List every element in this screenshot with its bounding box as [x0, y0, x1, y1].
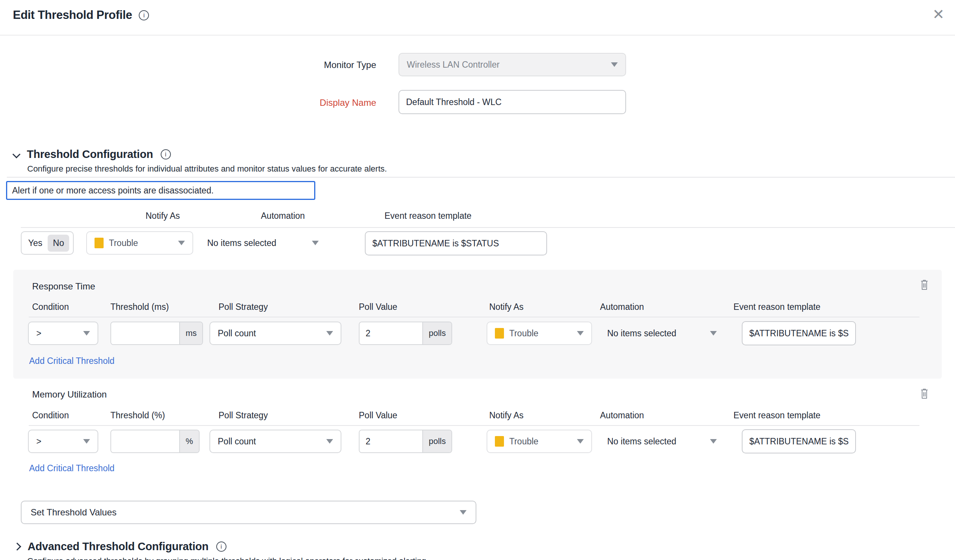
- page-title: Edit Threshold Profile: [13, 8, 132, 22]
- add-critical-threshold-link[interactable]: Add Critical Threshold: [29, 356, 114, 366]
- info-icon[interactable]: i: [216, 541, 227, 552]
- chevron-right-icon[interactable]: [13, 543, 21, 551]
- set-threshold-values-select[interactable]: Set Threshold Values: [21, 501, 476, 524]
- event-reason-input[interactable]: [742, 429, 856, 454]
- trouble-color-swatch: [94, 238, 103, 248]
- column-header-automation: Automation: [261, 211, 305, 221]
- event-reason-input[interactable]: [365, 231, 547, 255]
- attribute-name: Response Time: [32, 281, 95, 292]
- info-icon[interactable]: i: [161, 149, 171, 160]
- attribute-section-response-time: Response Time Condition Threshold (ms) P…: [13, 270, 942, 379]
- column-header-event-reason: Event reason template: [385, 211, 471, 221]
- toggle-no-option[interactable]: No: [48, 235, 69, 252]
- monitor-type-label: Monitor Type: [0, 60, 376, 70]
- poll-value-input[interactable]: [360, 322, 422, 344]
- dialog-header: Edit Threshold Profile i ✕: [0, 0, 955, 36]
- automation-value: No items selected: [207, 238, 276, 248]
- divider: [29, 317, 919, 318]
- threshold-input[interactable]: [111, 430, 179, 452]
- poll-value-group: polls: [359, 430, 452, 453]
- caret-down-icon: [611, 63, 618, 67]
- event-reason-input[interactable]: [742, 321, 856, 346]
- status-alert-message[interactable]: Alert if one or more access points are d…: [6, 181, 315, 200]
- threshold-unit: %: [179, 430, 199, 452]
- caret-down-icon: [326, 331, 333, 336]
- delete-icon[interactable]: [919, 280, 930, 292]
- caret-down-icon: [710, 439, 717, 444]
- display-name-label: Display Name: [0, 97, 376, 108]
- automation-value: No items selected: [607, 328, 676, 339]
- column-header-poll-strategy: Poll Strategy: [219, 302, 268, 312]
- poll-strategy-select[interactable]: Poll count: [210, 322, 341, 345]
- automation-value: No items selected: [607, 436, 676, 447]
- divider: [21, 227, 955, 228]
- column-header-condition: Condition: [32, 302, 69, 312]
- column-header-notify-as: Notify As: [489, 302, 524, 312]
- monitor-type-value: Wireless LAN Controller: [407, 60, 606, 70]
- add-critical-threshold-link[interactable]: Add Critical Threshold: [29, 463, 114, 474]
- threshold-input-group: %: [110, 430, 200, 453]
- column-header-event-reason: Event reason template: [733, 410, 820, 421]
- column-header-event-reason: Event reason template: [733, 302, 820, 312]
- condition-value: >: [36, 328, 78, 339]
- toggle-yes-option[interactable]: Yes: [25, 235, 46, 252]
- delete-icon[interactable]: [919, 388, 930, 401]
- caret-down-icon: [460, 510, 467, 515]
- poll-unit: polls: [422, 322, 451, 344]
- threshold-config-heading: Threshold Configuration i: [14, 148, 171, 161]
- chevron-down-icon[interactable]: [13, 150, 20, 158]
- poll-strategy-value: Poll count: [218, 328, 321, 339]
- trouble-color-swatch: [495, 328, 504, 339]
- column-header-automation: Automation: [600, 410, 644, 421]
- column-header-threshold: Threshold (ms): [110, 302, 169, 312]
- caret-down-icon: [326, 439, 333, 444]
- caret-down-icon: [312, 241, 319, 245]
- column-header-automation: Automation: [600, 302, 644, 312]
- divider: [7, 177, 955, 178]
- caret-down-icon: [577, 331, 584, 336]
- column-header-poll-value: Poll Value: [359, 302, 398, 312]
- poll-strategy-select[interactable]: Poll count: [210, 430, 341, 453]
- alert-toggle[interactable]: Yes No: [21, 231, 74, 255]
- threshold-input[interactable]: [111, 322, 179, 344]
- notify-as-select[interactable]: Trouble: [487, 430, 592, 453]
- caret-down-icon: [577, 439, 584, 444]
- divider: [29, 425, 919, 426]
- notify-as-value: Trouble: [509, 328, 571, 339]
- poll-value-group: polls: [359, 322, 452, 345]
- advanced-config-description: Configure advanced thresholds by groupin…: [27, 556, 428, 560]
- automation-select[interactable]: No items selected: [607, 430, 717, 453]
- trouble-color-swatch: [495, 436, 504, 447]
- info-icon[interactable]: i: [139, 10, 149, 20]
- column-header-notify-as: Notify As: [489, 410, 524, 421]
- threshold-unit: ms: [179, 322, 202, 344]
- attribute-name: Memory Utilization: [32, 389, 106, 400]
- condition-select[interactable]: >: [28, 430, 98, 453]
- caret-down-icon: [83, 439, 90, 444]
- condition-select[interactable]: >: [28, 322, 98, 345]
- display-name-input[interactable]: [398, 90, 626, 114]
- notify-as-value: Trouble: [509, 436, 571, 447]
- notify-as-select[interactable]: Trouble: [86, 231, 193, 255]
- notify-as-value: Trouble: [109, 238, 173, 248]
- set-threshold-values-label: Set Threshold Values: [31, 507, 116, 518]
- poll-value-input[interactable]: [360, 430, 422, 452]
- automation-select[interactable]: No items selected: [207, 231, 319, 255]
- caret-down-icon: [83, 331, 90, 336]
- column-header-poll-value: Poll Value: [359, 410, 398, 421]
- advanced-config-title: Advanced Threshold Configuration: [28, 540, 209, 553]
- close-icon[interactable]: ✕: [932, 6, 944, 23]
- caret-down-icon: [178, 241, 185, 245]
- advanced-config-heading: Advanced Threshold Configuration i: [14, 540, 227, 553]
- automation-select[interactable]: No items selected: [607, 322, 717, 345]
- threshold-config-title: Threshold Configuration: [27, 148, 153, 161]
- poll-strategy-value: Poll count: [218, 436, 321, 447]
- monitor-type-select[interactable]: Wireless LAN Controller: [398, 53, 626, 76]
- condition-value: >: [36, 436, 78, 447]
- column-header-condition: Condition: [32, 410, 69, 421]
- notify-as-select[interactable]: Trouble: [487, 322, 592, 345]
- poll-unit: polls: [422, 430, 451, 452]
- column-header-notify-as: Notify As: [146, 211, 180, 221]
- column-header-poll-strategy: Poll Strategy: [219, 410, 268, 421]
- threshold-config-description: Configure precise thresholds for individ…: [27, 164, 387, 174]
